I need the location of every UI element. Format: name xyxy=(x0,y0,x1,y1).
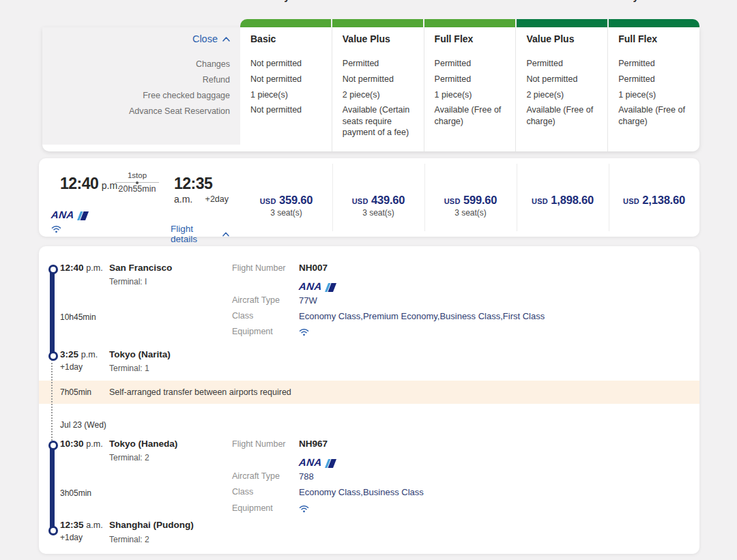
fare-column-premium-value-plus: Value Plus Permitted Not permitted 2 pie… xyxy=(515,27,607,151)
timeline-departure-dot xyxy=(48,441,58,450)
close-label: Close xyxy=(192,33,218,44)
segment2-departure-time: 10:30 p.m. xyxy=(60,439,103,449)
flight-number-label: Flight Number xyxy=(232,439,286,449)
baggage-row-label: Free checked baggage xyxy=(42,91,230,100)
baggage-value: 2 piece(s) xyxy=(343,89,417,101)
fare-price-premium-value-plus[interactable]: USD 1,898.60 xyxy=(517,158,609,237)
wifi-icon xyxy=(51,224,61,233)
economy-bar xyxy=(332,19,423,27)
ana-swoosh-icon xyxy=(323,459,336,468)
transfer-note: Self-arranged transfer between airports … xyxy=(109,381,291,404)
fare-name: Basic xyxy=(250,33,276,44)
fare-name: Value Plus xyxy=(526,33,574,44)
close-panel-link[interactable]: Close xyxy=(192,33,230,44)
timeline-arrival-dot xyxy=(48,526,58,535)
segment1-aircraft-type: 77W xyxy=(299,295,317,306)
segment1-class-list: Economy Class,Premium Economy,Business C… xyxy=(299,311,545,321)
stops-duration-block: 1stop 20h55min xyxy=(115,171,159,194)
segment2-departure-terminal: Terminal: 2 xyxy=(109,453,149,462)
segment2-class-list: Economy Class,Business Class xyxy=(299,487,424,497)
premium-bar xyxy=(517,19,607,27)
airline-name: ANA xyxy=(298,280,323,292)
seat-reservation-value: Not permitted xyxy=(250,104,325,116)
flight-result-row: 12:40 p.m. 1stop 20h55min 12:35 a.m. +2d… xyxy=(39,158,699,237)
chevron-up-icon xyxy=(222,37,230,42)
segment1-departure-city: San Francisco xyxy=(109,263,172,273)
seat-reservation-value: Available (Free of charge) xyxy=(435,104,509,127)
flight-number-label: Flight Number xyxy=(232,263,286,273)
flight-details-toggle[interactable]: Flight details xyxy=(171,224,229,244)
airline-name: ANA xyxy=(298,456,323,468)
timeline-bar-segment-2 xyxy=(50,445,55,530)
class-label: Class xyxy=(232,487,253,497)
economy-bar xyxy=(424,19,515,27)
seats-left: 3 seat(s) xyxy=(424,208,517,218)
segment1-arrival-day-offset: +1day xyxy=(60,362,83,372)
refund-value: Not permitted xyxy=(526,74,601,85)
segment2-departure-city: Tokyo (Haneda) xyxy=(109,439,177,449)
class-label: Class xyxy=(232,311,253,321)
airline-logo: ANA xyxy=(51,209,89,220)
refund-value: Not permitted xyxy=(250,74,325,85)
changes-value: Permitted xyxy=(618,58,693,70)
segment1-departure-time: 12:40 p.m. xyxy=(60,263,103,273)
segment2-arrival-time: 12:35 a.m. xyxy=(60,520,103,530)
changes-row-label: Changes xyxy=(42,59,230,69)
ana-swoosh-icon xyxy=(323,283,336,292)
segment1-flight-number: NH007 xyxy=(299,263,328,273)
seat-reservation-value: Available (Free of charge) xyxy=(618,104,693,127)
fare-price-value-plus[interactable]: USD 439.60 3 seat(s) xyxy=(332,158,424,237)
segment1-arrival-time: 3:25 p.m. xyxy=(60,349,98,359)
departure-time: 12:40 p.m. xyxy=(60,175,120,193)
chevron-up-icon xyxy=(222,232,229,237)
equipment-label: Equipment xyxy=(232,327,273,336)
changes-value: Permitted xyxy=(526,58,601,70)
segment1-arrival-terminal: Terminal: 1 xyxy=(109,364,149,373)
arrival-day-offset: +2day xyxy=(205,194,229,204)
fare-row-labels: Close Changes Refund Free checked baggag… xyxy=(42,27,231,145)
seat-reservation-value: Available (Free of charge) xyxy=(526,104,601,127)
segment1-duration: 10h45min xyxy=(60,312,96,322)
airline-logo: ANA xyxy=(299,280,336,292)
fare-price-premium-full-flex[interactable]: USD 2,138.60 xyxy=(609,158,699,237)
segment1-arrival-city: Tokyo (Narita) xyxy=(109,349,171,359)
wifi-icon xyxy=(299,327,309,336)
refund-value: Permitted xyxy=(618,74,693,85)
fare-column-color-bars xyxy=(240,19,699,27)
airline-name: ANA xyxy=(50,209,75,220)
changes-value: Permitted xyxy=(435,58,509,70)
refund-value: Not permitted xyxy=(343,74,417,85)
total-duration: 20h55min xyxy=(115,184,159,194)
baggage-value: 2 piece(s) xyxy=(526,89,601,101)
baggage-value: 1 piece(s) xyxy=(435,89,509,101)
stop-line xyxy=(115,182,159,183)
baggage-value: 1 piece(s) xyxy=(250,89,325,101)
transfer-duration: 7h05min xyxy=(60,381,91,404)
fare-price-full-flex[interactable]: USD 599.60 3 seat(s) xyxy=(424,158,517,237)
fare-column-basic: Basic Not permitted Not permitted 1 piec… xyxy=(240,27,332,151)
fare-price-basic[interactable]: USD 359.60 3 seat(s) xyxy=(240,158,332,237)
equipment-label: Equipment xyxy=(232,503,273,513)
timeline-departure-dot xyxy=(48,265,58,274)
fare-column-premium-full-flex: Full Flex Permitted Permitted 1 piece(s)… xyxy=(607,27,699,151)
fare-columns: Basic Not permitted Not permitted 1 piec… xyxy=(240,27,699,151)
transfer-notice-banner: 7h05min Self-arranged transfer between a… xyxy=(39,381,699,404)
aircraft-type-label: Aircraft Type xyxy=(232,471,280,481)
arrival-time: 12:35 a.m. +2day xyxy=(174,175,230,205)
airline-logo: ANA xyxy=(299,456,336,468)
segment1-departure-terminal: Terminal: I xyxy=(109,277,147,286)
segment2-arrival-terminal: Terminal: 2 xyxy=(109,535,149,544)
stops-count: 1stop xyxy=(115,171,159,179)
refund-value: Permitted xyxy=(435,74,509,85)
segment2-arrival-day-offset: +1day xyxy=(60,533,83,542)
ana-swoosh-icon xyxy=(76,211,89,220)
timeline-bar-segment-1 xyxy=(50,269,55,355)
refund-row-label: Refund xyxy=(42,75,230,85)
fare-name: Full Flex xyxy=(435,33,474,44)
changes-value: Permitted xyxy=(343,58,417,70)
fare-column-full-flex: Full Flex Permitted Permitted 1 piece(s)… xyxy=(424,27,516,151)
flight-details-card: 12:40 p.m. San Francisco Terminal: I Fli… xyxy=(39,246,699,554)
aircraft-type-label: Aircraft Type xyxy=(232,295,280,305)
changes-value: Not permitted xyxy=(250,58,325,70)
seat-reservation-value: Available (Certain seats require payment… xyxy=(343,104,417,138)
